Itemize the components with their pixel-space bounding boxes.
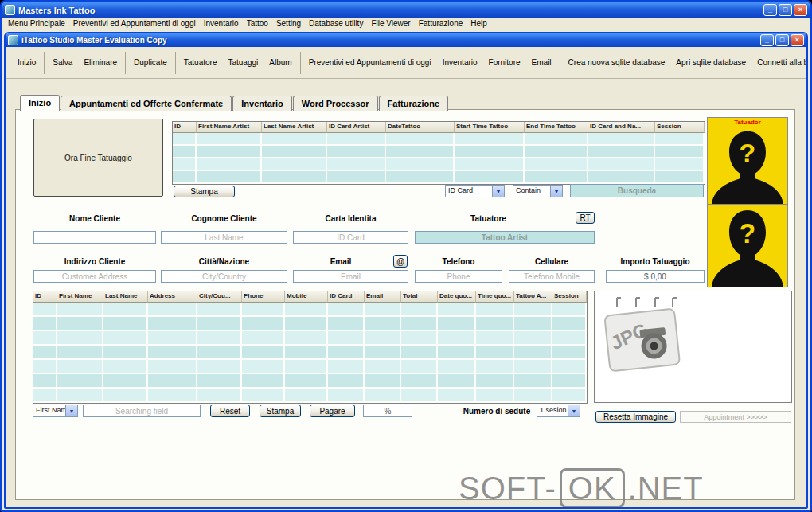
minimize-icon[interactable]: _ [763, 4, 777, 16]
reset-button[interactable]: Reset [210, 405, 250, 417]
filter-operator-select[interactable]: Contain ▼ [513, 185, 563, 197]
table-cell [197, 346, 242, 360]
tatuatore-label: Tatuatore [415, 214, 562, 223]
column-header-last-name: Last Name [103, 291, 148, 303]
tab-inventario[interactable]: Inventario [232, 96, 292, 111]
tab-word-processor[interactable]: Word Processor [293, 96, 378, 111]
telefono-label: Telefono [415, 257, 502, 266]
table-row[interactable] [33, 360, 587, 374]
chevron-down-icon[interactable]: ▼ [65, 405, 77, 416]
inner-minimize-icon[interactable]: _ [760, 34, 774, 46]
table-cell [33, 374, 57, 389]
tab-fatturazione[interactable]: Fatturazione [379, 96, 448, 111]
toolbar-eliminare[interactable]: Eliminare [78, 56, 123, 69]
artists-table[interactable]: IDFirst Name ArtistLast Name ArtistID Ca… [172, 121, 705, 185]
table-row[interactable] [33, 346, 587, 360]
sessions-select[interactable]: 1 sesion ▼ [537, 405, 580, 417]
table-cell [103, 374, 148, 389]
toolbar-tatuatore[interactable]: Tatuatore [178, 56, 223, 69]
toolbar-album[interactable]: Album [264, 56, 297, 69]
menu-item-inventario[interactable]: Inventario [200, 18, 243, 29]
table-row[interactable] [173, 133, 705, 146]
stampa-top-button[interactable]: Stampa [174, 186, 235, 197]
menu-item-tattoo[interactable]: Tattoo [243, 18, 272, 29]
table-row[interactable] [33, 317, 587, 331]
rt-button[interactable]: RT [576, 212, 595, 224]
toolbar-separator [44, 52, 45, 74]
toolbar-preventivi-ed-appuntamenti-di-oggi[interactable]: Preventivi ed Appuntamenti di oggi [303, 56, 437, 69]
column-header-id-card: ID Card [328, 291, 365, 303]
table-cell [438, 374, 476, 389]
toolbar-apri-sqlite-database[interactable]: Apri sqlite database [670, 56, 751, 69]
outer-titlebar[interactable]: Masters Ink Tattoo _ □ × [2, 2, 810, 18]
phone-input[interactable]: Phone [415, 270, 502, 283]
inner-maximize-icon[interactable]: □ [775, 34, 789, 46]
table-cell [103, 303, 148, 317]
pagare-button[interactable]: Pagare [310, 405, 355, 417]
toolbar-duplicate[interactable]: Duplicate [128, 56, 173, 69]
toolbar-salva[interactable]: Salva [47, 56, 78, 69]
chevron-down-icon[interactable]: ▼ [550, 186, 562, 197]
tattoo-end-time-label: Ora Fine Tatuaggio [64, 154, 132, 162]
last-name-input[interactable]: Last Name [161, 231, 287, 244]
table-row[interactable] [173, 158, 705, 171]
stampa-bottom-button[interactable]: Stampa [260, 405, 301, 417]
percent-input[interactable]: % [363, 405, 412, 417]
table-row[interactable] [173, 171, 705, 184]
tattoo-amount-input[interactable]: $ 0,00 [606, 270, 705, 283]
table-cell [328, 317, 365, 331]
chevron-down-icon[interactable]: ▼ [568, 405, 580, 416]
inner-close-icon[interactable]: × [791, 34, 804, 46]
table-row[interactable] [33, 389, 587, 403]
table-cell [476, 331, 514, 346]
table-cell [173, 133, 197, 146]
table-cell [328, 360, 365, 374]
clients-table[interactable]: IDFirst NameLast NameAddressCity/Cou...P… [33, 291, 588, 404]
table-row[interactable] [33, 331, 587, 346]
id-card-input[interactable]: ID Card [293, 231, 408, 244]
first-name-input[interactable] [33, 231, 156, 244]
email-at-button[interactable]: @ [393, 255, 408, 268]
toolbar-inventario[interactable]: Inventario [437, 56, 483, 69]
toolbar-inizio[interactable]: Inizio [12, 56, 41, 69]
mobile-input[interactable]: Telefono Mobile [509, 270, 595, 283]
artist-search-input[interactable]: Busqueda [570, 184, 704, 197]
tab-appuntamenti-ed-offerte-confermate[interactable]: Appuntamenti ed Offerte Confermate [61, 96, 232, 111]
menu-item-menu-principale[interactable]: Menu Principale [4, 18, 69, 29]
maximize-icon[interactable]: □ [779, 4, 792, 16]
menu-item-file-viewer[interactable]: File Viewer [367, 18, 414, 29]
citta-nazione-label: Città/Nazione [161, 257, 287, 266]
toolbar-fornitore[interactable]: Fornitore [483, 56, 526, 69]
menu-item-fatturazione[interactable]: Fatturazione [415, 18, 467, 29]
search-by-select[interactable]: First Name ▼ [33, 405, 78, 417]
tattoo-artist-input[interactable]: Tattoo Artist [415, 231, 595, 244]
table-cell [57, 374, 103, 389]
email-input[interactable]: Email [293, 270, 408, 283]
reset-image-button[interactable]: Resetta Immagine [595, 411, 676, 423]
close-icon[interactable]: × [794, 4, 807, 16]
inner-titlebar[interactable]: iTattoo Studio Master Evaluation Copy _ … [6, 33, 806, 47]
table-cell [242, 346, 285, 360]
column-header-date-quo: Date quo... [438, 291, 476, 303]
table-cell [401, 374, 438, 389]
toolbar-email[interactable]: Email [526, 56, 557, 69]
menu-item-setting[interactable]: Setting [272, 18, 305, 29]
appointment-button[interactable]: Appointment >>>>> [680, 411, 791, 423]
menu-item-preventivi-ed-appuntamenti-di-oggi[interactable]: Preventivi ed Appuntamenti di oggi [69, 18, 200, 29]
table-row[interactable] [173, 146, 705, 158]
table-row[interactable] [33, 303, 587, 317]
filter-column-select[interactable]: ID Card ▼ [445, 185, 505, 197]
toolbar-crea-nuova-sqlite-database[interactable]: Crea nuova sqlite database [563, 56, 671, 69]
city-country-input[interactable]: City/Country [161, 270, 287, 283]
menu-item-database-utility[interactable]: Database utility [305, 18, 367, 29]
tab-inizio[interactable]: Inizio [20, 95, 60, 111]
client-search-input[interactable]: Searching field [83, 405, 201, 417]
toolbar-tatuaggi[interactable]: Tatuaggi [222, 56, 264, 69]
customer-address-input[interactable]: Customer Address [33, 270, 156, 283]
table-cell [655, 171, 705, 184]
main-panel: Ora Fine Tatuaggio IDFirst Name ArtistLa… [15, 109, 795, 500]
toolbar-connetti-alla-base-dati-originale[interactable]: Connetti alla base dati originale [751, 56, 808, 69]
table-row[interactable] [33, 374, 587, 389]
chevron-down-icon[interactable]: ▼ [492, 186, 504, 197]
menu-item-help[interactable]: Help [467, 18, 491, 29]
